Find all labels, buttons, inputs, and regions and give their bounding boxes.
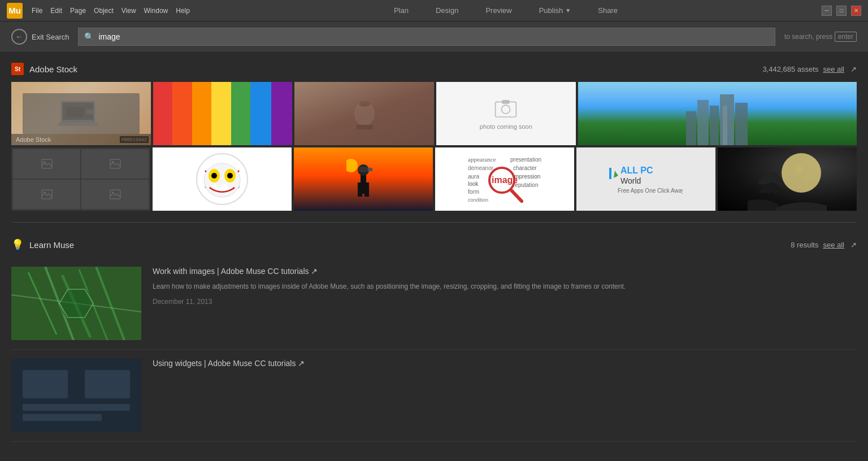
search-icon: 🔍 [84,32,94,41]
stock-image-baseball[interactable] [153,147,292,211]
titlebar-nav: Plan Design Preview Publish ▼ Share [389,4,622,17]
svg-point-59 [804,176,810,181]
stock-image-word[interactable]: appearance demeanor aura look form condi… [435,147,574,211]
stock-image-placeholder[interactable]: photo coming soon [436,82,576,145]
bulb-icon: 💡 [11,238,24,251]
search-bar: ← Exit Search 🔍 to search, press enter [0,21,868,53]
nav-design[interactable]: Design [431,4,463,17]
search-hint: to search, press enter [784,33,857,41]
learn-section: 💡 Learn Muse 8 results see all ↗ [11,222,857,442]
exit-search-label: Exit Search [32,33,69,41]
publish-dropdown-icon[interactable]: ▼ [565,7,571,14]
svg-point-9 [502,105,510,114]
learn-see-all-link[interactable]: see all [823,241,844,249]
svg-rect-16 [723,106,727,145]
svg-point-58 [794,164,803,173]
svg-text:aura: aura [468,173,479,180]
back-icon: ← [11,29,27,45]
noimage-cell-4 [81,180,149,209]
menu-view[interactable]: View [121,7,136,15]
menu-page[interactable]: Page [70,7,86,15]
svg-line-50 [511,190,522,201]
svg-rect-4 [86,110,93,114]
menu-window[interactable]: Window [144,7,168,15]
svg-rect-75 [23,404,130,411]
svg-text:Free Apps One Click Away: Free Apps One Click Away [618,188,683,194]
stock-image-pcworld[interactable]: ALL PC World Free Apps One Click Away [576,147,715,211]
svg-point-35 [346,159,358,172]
tutorial-item-2: Using widgets | Adobe Muse CC tutorials … [11,350,857,442]
stock-img-watermark-1: Adobe Stock [11,134,151,145]
tutorial-item-1: Work with images | Adobe Muse CC tutoria… [11,258,857,350]
adobe-stock-icon: St [11,63,24,75]
stock-image-laptop[interactable]: #88015643 Adobe Stock [11,82,151,145]
menu-edit[interactable]: Edit [50,7,62,15]
stock-images-row1: #88015643 Adobe Stock photo coming soon [11,82,857,145]
menu-bar: File Edit Page Object View Window Help [32,7,190,15]
maximize-button[interactable]: □ [836,6,847,16]
menu-help[interactable]: Help [176,7,190,15]
tutorial-date-1: December 11, 2013 [153,298,857,306]
svg-rect-7 [356,125,373,129]
stock-image-colorful[interactable] [153,82,293,145]
tutorial-title-2[interactable]: Using widgets | Adobe Muse CC tutorials … [153,359,857,368]
stock-section-title: St Adobe Stock [11,63,77,75]
svg-rect-34 [364,182,369,197]
noimage-cell-3 [13,180,80,209]
stock-image-moon[interactable] [718,147,857,211]
titlebar: Mu File Edit Page Object View Window Hel… [0,0,868,21]
svg-rect-74 [85,370,130,398]
window-controls: ─ □ ✕ [822,6,861,16]
tutorial-external-icon-2: ↗ [298,359,305,368]
svg-rect-0 [61,101,95,123]
stock-assets-count: 3,442,685 assets [762,65,818,73]
learn-external-icon: ↗ [850,241,857,249]
tutorial-title-1[interactable]: Work with images | Adobe Muse CC tutoria… [153,267,857,276]
close-button[interactable]: ✕ [851,6,861,16]
stock-image-city[interactable] [578,82,857,145]
tutorial-info-2: Using widgets | Adobe Muse CC tutorials … [153,359,857,432]
svg-point-18 [44,161,46,163]
app-logo: Mu [7,3,23,19]
stock-title-label: Adobe Stock [29,64,77,74]
svg-rect-13 [710,106,719,145]
learn-section-title: 💡 Learn Muse [11,238,74,251]
stock-see-all-link[interactable]: see all [823,65,844,73]
learn-title-label: Learn Muse [29,240,74,250]
noimage-cell-1 [13,149,80,179]
nav-preview[interactable]: Preview [481,4,516,17]
nav-share[interactable]: Share [593,4,622,17]
search-input[interactable] [98,32,769,41]
nav-publish[interactable]: Publish ▼ [535,4,576,17]
svg-rect-73 [23,370,68,398]
menu-object[interactable]: Object [94,7,114,15]
svg-rect-12 [697,100,709,145]
svg-text:demeanor: demeanor [468,165,494,171]
stock-image-noimage[interactable] [11,147,150,211]
stock-section-header: St Adobe Stock 3,442,685 assets see all … [11,53,857,82]
stock-meta: 3,442,685 assets see all ↗ [762,65,857,73]
svg-text:look: look [468,181,479,187]
svg-point-29 [211,173,217,179]
svg-text:character: character [513,165,537,171]
svg-rect-10 [502,100,510,104]
search-input-wrapper[interactable]: 🔍 [78,28,775,46]
svg-point-30 [227,173,233,179]
svg-rect-2 [58,123,98,126]
enter-key-hint: enter [835,32,857,42]
tutorial-thumb-2 [11,359,141,432]
svg-text:form: form [468,189,479,195]
stock-image-pottery[interactable] [294,82,434,145]
stock-image-sunset[interactable] [294,147,433,211]
svg-rect-8 [496,102,517,117]
svg-rect-76 [23,414,102,421]
tutorial-info-1: Work with images | Adobe Muse CC tutoria… [153,267,857,340]
learn-meta: 8 results see all ↗ [791,241,857,249]
minimize-button[interactable]: ─ [822,6,832,16]
menu-file[interactable]: File [32,7,42,15]
exit-search-button[interactable]: ← Exit Search [11,29,69,45]
svg-text:ALL PC: ALL PC [620,166,653,175]
nav-plan[interactable]: Plan [389,4,413,17]
learn-results-count: 8 results [791,241,818,249]
svg-point-20 [112,161,114,163]
